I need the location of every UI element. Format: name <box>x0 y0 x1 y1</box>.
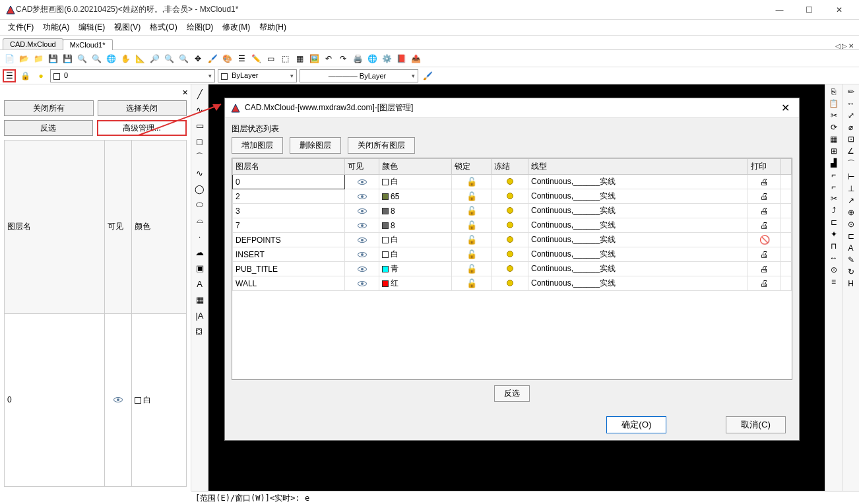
cell-print[interactable]: 🖨 <box>748 204 781 218</box>
erase-icon[interactable]: ▭ <box>264 52 277 65</box>
dim-arc-icon[interactable]: ⌒ <box>847 158 855 170</box>
cell-color[interactable]: 白 <box>379 247 452 262</box>
layer-combo[interactable]: 0▾ <box>50 69 215 82</box>
menu-function[interactable]: 功能(A) <box>39 20 73 34</box>
tab-cad-mxcloud[interactable]: CAD.MxCloud <box>3 38 63 49</box>
menu-draw[interactable]: 绘图(D) <box>183 20 218 34</box>
layer-row[interactable]: INSERT白🔓Continuous,______实线🖨 <box>233 247 792 262</box>
cell-linetype[interactable]: Continuous,______实线 <box>528 247 748 262</box>
dim-style-icon[interactable]: A <box>848 243 853 253</box>
open-icon[interactable]: 📂 <box>17 52 30 65</box>
cell-visible[interactable] <box>345 218 379 233</box>
select-close-button[interactable]: 选择关闭 <box>98 100 187 116</box>
cell-freeze[interactable] <box>492 175 528 189</box>
zoom-extent-icon[interactable]: 🌐 <box>104 52 117 65</box>
stretch-icon[interactable]: ↔ <box>830 253 838 263</box>
th-linetype[interactable]: 线型 <box>528 159 748 175</box>
region-icon[interactable]: ▦ <box>293 52 306 65</box>
close-all-button[interactable]: 关闭所有 <box>4 100 94 116</box>
dialog-invert-button[interactable]: 反选 <box>494 385 530 402</box>
cell-freeze[interactable] <box>492 233 528 247</box>
zoom-in-icon[interactable]: 🔍 <box>90 52 103 65</box>
copy-icon[interactable]: ⎘ <box>831 87 836 96</box>
cancel-button[interactable]: 取消(C) <box>726 416 786 433</box>
cell-lock[interactable]: 🔓 <box>452 276 492 291</box>
th-print[interactable]: 打印 <box>748 159 781 175</box>
zoom-real-icon[interactable]: 🔍 <box>177 52 190 65</box>
leader-icon[interactable]: ↗ <box>848 196 854 205</box>
center-icon[interactable]: ⊙ <box>848 220 854 229</box>
break-icon[interactable]: ⊏ <box>831 218 837 227</box>
minimize-button[interactable]: — <box>765 1 794 19</box>
cell-freeze[interactable] <box>492 276 528 291</box>
cell-linetype[interactable]: Continuous,______实线 <box>528 189 748 204</box>
paint-icon[interactable]: 🎨 <box>220 52 234 65</box>
cell-linetype[interactable]: Continuous,______实线 <box>528 276 748 291</box>
cell-print[interactable]: 🖨 <box>748 276 781 291</box>
menu-format[interactable]: 格式(O) <box>146 20 181 34</box>
cell-lock[interactable]: 🔓 <box>452 189 492 204</box>
cloud-icon[interactable]: ☁ <box>193 245 207 259</box>
image-icon[interactable]: 🖼️ <box>307 52 321 65</box>
select-icon[interactable]: ⬚ <box>278 52 292 65</box>
circle-icon[interactable]: ◯ <box>193 182 207 195</box>
rect2-icon[interactable]: ◻ <box>193 135 207 148</box>
close-all-layers-button[interactable]: 关闭所有图层 <box>348 137 415 154</box>
cut-icon[interactable]: ✂ <box>831 111 837 120</box>
mtext-icon[interactable]: |A <box>193 309 207 322</box>
layer-row[interactable]: WALL红🔓Continuous,______实线🖨 <box>233 276 792 291</box>
th-lock[interactable]: 锁定 <box>452 159 492 175</box>
arc-icon[interactable]: ⌒ <box>193 150 207 164</box>
cell-print[interactable]: 🖨 <box>748 218 781 233</box>
zoom-out-icon[interactable]: 🔎 <box>148 52 161 65</box>
mirror-icon[interactable]: ▟ <box>831 158 837 168</box>
join-icon[interactable]: ⊓ <box>831 241 837 251</box>
cell-visible[interactable] <box>345 247 379 262</box>
layer-row[interactable]: 265🔓Continuous,______实线🖨 <box>233 189 792 204</box>
layer-row[interactable]: 0白🔓Continuous,______实线🖨 <box>233 175 792 189</box>
cell-print[interactable]: 🚫 <box>748 233 781 247</box>
chamfer-icon[interactable]: ⌐ <box>831 182 836 191</box>
cell-visible[interactable] <box>345 204 379 218</box>
cell-freeze[interactable] <box>492 262 528 276</box>
layer-sun-icon[interactable]: ● <box>34 69 48 82</box>
cell-lock[interactable]: 🔓 <box>452 233 492 247</box>
menu-modify[interactable]: 修改(M) <box>218 20 254 34</box>
polyline-icon[interactable]: ∿ <box>193 103 207 116</box>
print-icon[interactable]: 🖨️ <box>351 52 364 65</box>
dim-other-icon[interactable]: ⊡ <box>848 135 854 144</box>
brush-linetype-icon[interactable]: 🖌️ <box>421 69 434 82</box>
pencil-icon[interactable]: ✏️ <box>249 52 263 65</box>
undo-icon[interactable]: ↶ <box>322 52 335 65</box>
brush-icon[interactable]: 🖌️ <box>206 52 219 65</box>
cell-color[interactable]: 8 <box>379 204 452 218</box>
zoom-window-icon[interactable]: 🔍 <box>75 52 88 65</box>
advanced-manage-button[interactable]: 高级管理... <box>97 120 187 136</box>
tab-mxcloud1[interactable]: MxCloud1* <box>63 39 113 50</box>
layer-row[interactable]: 78🔓Continuous,______实线🖨 <box>233 218 792 233</box>
cell-freeze[interactable] <box>492 247 528 262</box>
menu-edit[interactable]: 编辑(E) <box>75 20 109 34</box>
cell-color[interactable]: 青 <box>379 262 452 276</box>
dim-base-icon[interactable]: ⊥ <box>848 184 854 193</box>
dim-linear-icon[interactable]: ↔ <box>847 99 855 108</box>
cell-visible[interactable] <box>345 189 379 204</box>
cell-freeze[interactable] <box>492 204 528 218</box>
cell-linetype[interactable]: Continuous,______实线 <box>528 233 748 247</box>
cell-visible[interactable] <box>345 175 379 189</box>
cell-lock[interactable]: 🔓 <box>452 262 492 276</box>
export-icon[interactable]: 📤 <box>409 52 422 65</box>
panel-close-icon[interactable]: ✕ <box>182 88 188 97</box>
cell-visible[interactable] <box>345 276 379 291</box>
layer-row[interactable]: DEFPOINTS白🔓Continuous,______实线🚫 <box>233 233 792 247</box>
maximize-button[interactable]: ☐ <box>794 1 824 19</box>
cell-linetype[interactable]: Continuous,______实线 <box>528 262 748 276</box>
globe-icon[interactable]: 🌐 <box>366 52 379 65</box>
layer-manager-icon[interactable]: ☰ <box>3 69 16 82</box>
cell-freeze[interactable] <box>492 218 528 233</box>
align-icon[interactable]: ≡ <box>831 277 836 286</box>
dim-align-icon[interactable]: ⤢ <box>848 111 854 120</box>
block-icon[interactable]: ▣ <box>193 261 207 274</box>
th-name[interactable]: 图层名 <box>233 159 345 175</box>
pdf-icon[interactable]: 📕 <box>395 52 408 65</box>
